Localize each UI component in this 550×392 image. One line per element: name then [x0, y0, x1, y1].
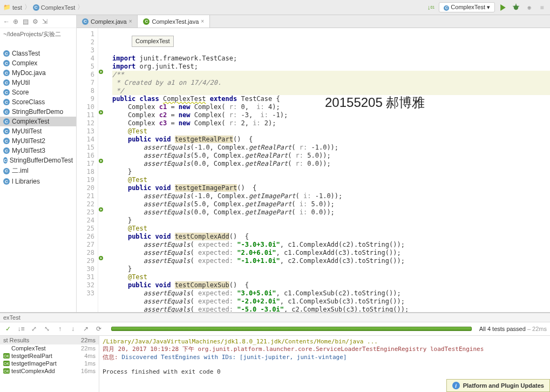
class-icon: C	[3, 157, 8, 164]
project-sidebar: ← ⊕ ▤ ⚙ ⇲ ~/IdeaProjects/实验二 CClassTestC…	[0, 15, 77, 312]
test-result-row[interactable]: OKtestgetImagePart1ms	[0, 360, 99, 367]
sidebar-item[interactable]: CScore	[0, 87, 76, 97]
history-icon[interactable]: ⟳	[94, 324, 104, 334]
breadcrumb-item-complextest[interactable]: C ComplexTest	[33, 4, 76, 11]
sidebar-item[interactable]: CStringBufferDemoTest	[0, 156, 76, 165]
sidebar-item[interactable]: CMyUtilTest3	[0, 146, 76, 156]
test-pass-icon: OK	[3, 368, 10, 374]
top-toolbar: 📁 test 〉 C ComplexTest 〉 ↓01 C ComplexTe…	[0, 0, 550, 15]
code-editor[interactable]: 1234567891011121314151617181920212223242…	[77, 28, 550, 312]
tab-label: Complex.java	[91, 18, 127, 25]
editor-area: C Complex.java × C ComplexTest.java × 12…	[77, 15, 550, 312]
breadcrumb-item-test[interactable]: 📁 test	[3, 4, 22, 11]
info-icon: i	[452, 382, 460, 389]
run-gutter-icon[interactable]	[98, 110, 104, 115]
test-pass-icon: OK	[3, 353, 10, 359]
test-result-row[interactable]: OKtestgetRealPart4ms	[0, 352, 99, 360]
run-button[interactable]	[498, 3, 508, 12]
class-icon: C	[3, 118, 10, 125]
test-toolbar: ✓ ↓≡ ⤢ ⤡ ↑ ↓ ↗ ⟳ All 4 tests passed – 22…	[0, 322, 550, 336]
sort-icon[interactable]: ↓≡	[16, 324, 26, 334]
collapse-all-icon[interactable]: ⤡	[42, 324, 52, 334]
sidebar-item[interactable]: CMyUtil	[0, 78, 76, 87]
export-icon[interactable]: ↗	[81, 324, 91, 334]
test-progress-bar	[111, 327, 472, 331]
line-numbers: 1234567891011121314151617181920212223242…	[77, 28, 98, 312]
class-icon: C	[3, 147, 10, 154]
sidebar-item[interactable]: CMyUtilTest	[0, 126, 76, 136]
breadcrumb-label: test	[12, 4, 22, 11]
console-line: Process finished with exit code 0	[103, 368, 547, 375]
editor-tabs: C Complex.java × C ComplexTest.java ×	[77, 15, 550, 28]
make-project-icon[interactable]: ↓01	[426, 3, 436, 12]
class-icon: C	[82, 18, 89, 25]
class-icon: C	[3, 50, 10, 57]
tab-complex[interactable]: C Complex.java ×	[77, 15, 138, 28]
run-configuration[interactable]: C ComplexTest ▾	[439, 2, 495, 12]
sidebar-item[interactable]: Cl Libraries	[0, 177, 76, 186]
folder-icon: 📁	[3, 4, 11, 11]
collapse-icon[interactable]: ⇲	[42, 18, 50, 25]
tab-label: ComplexTest.java	[152, 18, 199, 25]
tree-header: st Results 22ms	[0, 336, 99, 344]
expand-all-icon[interactable]: ⤢	[29, 324, 39, 334]
sidebar-item[interactable]: CScoreClass	[0, 97, 76, 107]
class-icon: C	[3, 178, 10, 185]
chevron-right-icon: 〉	[24, 3, 31, 12]
filter-icon[interactable]: ✓	[3, 324, 13, 334]
popup-text: Platform and Plugin Updates	[463, 382, 544, 389]
console-line: 四月 20, 2017 10:19:28 下午 org.junit.platfo…	[103, 345, 547, 353]
sidebar-item[interactable]: CStringBufferDemo	[0, 107, 76, 117]
gear-icon[interactable]: ⚙	[32, 18, 40, 25]
svg-point-0	[514, 5, 518, 9]
sidebar-toolbar: ← ⊕ ▤ ⚙ ⇲	[0, 15, 76, 28]
run-gutter-icon[interactable]	[98, 255, 104, 261]
run-gutter-icon[interactable]	[98, 158, 104, 164]
sidebar-item[interactable]: C二.iml	[0, 165, 76, 177]
test-result-row[interactable]: ComplexTest22ms	[0, 344, 99, 352]
close-icon[interactable]: ×	[129, 18, 132, 24]
sidebar-item[interactable]: CComplex	[0, 58, 76, 68]
debug-button[interactable]	[511, 3, 521, 12]
stop-button[interactable]: ■	[537, 3, 547, 12]
console-line: 信息: Discovered TestEngines with IDs: [ju…	[103, 353, 547, 361]
back-icon[interactable]: ←	[3, 18, 11, 25]
toolbar-actions: ↓01 C ComplexTest ▾ ⎈ ■	[426, 2, 547, 12]
class-icon: C	[143, 18, 150, 25]
coverage-button[interactable]: ⎈	[524, 3, 534, 12]
tree-header-time: 22ms	[81, 337, 96, 343]
update-popup[interactable]: i Platform and Plugin Updates	[446, 379, 550, 392]
expand-icon[interactable]: ▤	[23, 18, 30, 25]
class-icon: C	[444, 5, 449, 11]
sidebar-item[interactable]: CMyDoc.java	[0, 68, 76, 78]
class-icon: C	[3, 70, 10, 76]
sidebar-item[interactable]: CClassTest	[0, 49, 76, 58]
run-gutter-icon[interactable]	[98, 207, 104, 212]
target-icon[interactable]: ⊕	[13, 18, 21, 25]
test-pass-icon: OK	[3, 361, 10, 366]
main-area: ← ⊕ ▤ ⚙ ⇲ ~/IdeaProjects/实验二 CClassTestC…	[0, 15, 550, 312]
test-result-row[interactable]: OKtestComplexAdd16ms	[0, 367, 99, 375]
close-icon[interactable]: ×	[201, 18, 204, 24]
tab-complextest[interactable]: C ComplexTest.java ×	[138, 15, 210, 28]
run-gutter-icon[interactable]	[98, 69, 104, 75]
sidebar-item[interactable]: CComplexTest	[0, 117, 76, 126]
panel-title: exTest	[0, 313, 550, 322]
prev-icon[interactable]: ↑	[55, 324, 65, 334]
test-results-tree: st Results 22ms ComplexTest22msOKtestget…	[0, 336, 99, 392]
next-icon[interactable]: ↓	[68, 324, 78, 334]
project-path: ~/IdeaProjects/实验二	[0, 28, 76, 40]
class-icon: C	[3, 128, 10, 134]
summary-time: – 22ms	[527, 326, 547, 332]
class-icon: C	[3, 79, 10, 86]
sidebar-item[interactable]: CMyUtilTest2	[0, 136, 76, 146]
tree-header-label: st Results	[3, 337, 29, 343]
class-icon: C	[3, 99, 10, 105]
class-icon: C	[3, 138, 10, 144]
run-config-label: ComplexTest	[451, 4, 485, 10]
breadcrumb-label: ComplexTest	[41, 4, 76, 11]
breadcrumb: 📁 test 〉 C ComplexTest 〉	[3, 3, 426, 12]
class-icon: C	[3, 168, 10, 174]
code-content[interactable]: ComplexTest import junit.framework.TestC…	[108, 28, 550, 312]
class-icon: C	[3, 60, 10, 66]
